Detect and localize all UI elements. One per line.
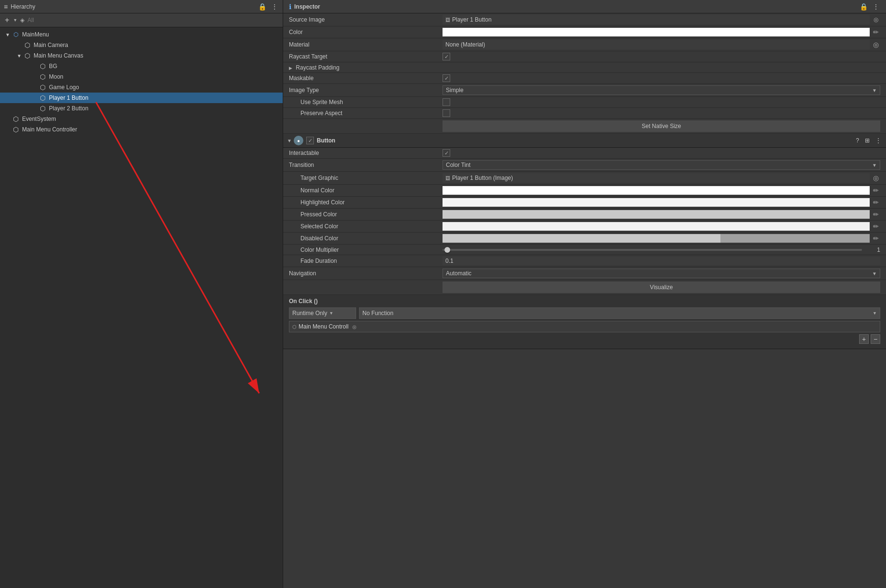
highlighted-color-field[interactable] xyxy=(443,198,870,207)
set-native-size-button[interactable]: Set Native Size xyxy=(443,120,880,132)
button-help-btn[interactable]: ? xyxy=(855,137,860,144)
cube-icon-main-camera: ⬡ xyxy=(23,41,32,49)
raycast-target-label: Raycast Target xyxy=(289,53,443,60)
tree-item-game-logo[interactable]: ⬡ Game Logo xyxy=(0,82,283,93)
tree-item-player1-button[interactable]: ⬡ Player 1 Button xyxy=(0,93,283,103)
maskable-checkbox[interactable]: ✓ xyxy=(443,74,450,82)
image-type-row: Image Type Simple ▼ xyxy=(283,84,886,97)
source-image-target-btn[interactable]: ◎ xyxy=(872,15,880,24)
set-native-size-value: Set Native Size xyxy=(443,120,880,132)
tree-arrow-main-menu: ▼ xyxy=(4,32,12,37)
raycast-target-checkbox[interactable]: ✓ xyxy=(443,53,450,60)
navigation-label: Navigation xyxy=(289,270,443,277)
tree-label-main-menu: MainMenu xyxy=(22,31,49,38)
target-graphic-target-btn[interactable]: ◎ xyxy=(872,174,880,182)
image-type-dropdown[interactable]: Simple ▼ xyxy=(443,85,880,95)
color-multiplier-thumb xyxy=(444,247,450,253)
inspector-content: Source Image 🖼 Player 1 Button ◎ Color ✏… xyxy=(283,13,886,588)
inspector-panel: ℹ Inspector 🔒 ⋮ Source Image 🖼 Player 1 … xyxy=(283,0,886,588)
interactable-checkbox[interactable]: ✓ xyxy=(443,149,450,157)
normal-color-picker-btn[interactable]: ✏ xyxy=(872,186,880,195)
on-click-title: On Click () xyxy=(289,298,880,305)
object-label: Main Menu Controll xyxy=(299,323,348,330)
hierarchy-title: Hierarchy xyxy=(11,3,35,10)
normal-color-field[interactable] xyxy=(443,186,870,195)
button-section-checkbox[interactable]: ✓ xyxy=(306,137,314,144)
inspector-more-button[interactable]: ⋮ xyxy=(872,2,880,11)
cube-icon-player1-button: ⬡ xyxy=(38,94,47,102)
source-image-field[interactable]: 🖼 Player 1 Button xyxy=(443,15,870,24)
image-type-value: Simple ▼ xyxy=(443,85,880,95)
tree-item-moon[interactable]: ⬡ Moon xyxy=(0,71,283,82)
tree-item-bg[interactable]: ⬡ BG xyxy=(0,61,283,71)
add-onclick-button[interactable]: + xyxy=(859,334,869,344)
navigation-dropdown[interactable]: Automatic ▼ xyxy=(443,269,880,278)
pressed-color-picker-btn[interactable]: ✏ xyxy=(872,210,880,219)
disabled-color-value: ✏ xyxy=(443,234,880,243)
selected-color-value: ✏ xyxy=(443,222,880,231)
hierarchy-more-button[interactable]: ⋮ xyxy=(270,2,279,11)
color-field[interactable] xyxy=(443,28,870,36)
tree-item-main-menu-canvas[interactable]: ▼ ⬡ Main Menu Canvas xyxy=(0,50,283,61)
button-more-btn[interactable]: ⋮ xyxy=(874,137,882,144)
no-function-dropdown[interactable]: No Function ▼ xyxy=(359,307,880,319)
raycast-target-value: ✓ xyxy=(443,53,880,60)
hierarchy-header-actions: 🔒 ⋮ xyxy=(257,2,279,11)
pressed-color-field[interactable] xyxy=(443,210,870,219)
disabled-color-field[interactable] xyxy=(443,234,870,243)
transition-label: Transition xyxy=(289,162,443,168)
highlighted-color-value: ✏ xyxy=(443,198,880,207)
tree-label-main-menu-controller: Main Menu Controller xyxy=(22,126,77,133)
selected-color-field[interactable] xyxy=(443,222,870,231)
button-section-header: ▼ ● ✓ Button ? ⊞ ⋮ xyxy=(283,134,886,148)
runtime-only-dropdown[interactable]: Runtime Only ▼ xyxy=(289,307,356,319)
fade-duration-input[interactable] xyxy=(443,257,880,265)
button-settings-btn[interactable]: ⊞ xyxy=(864,137,871,144)
material-field[interactable]: None (Material) xyxy=(443,40,870,49)
tree-label-main-menu-canvas: Main Menu Canvas xyxy=(34,52,83,59)
button-section-actions: ? ⊞ ⋮ xyxy=(855,137,882,144)
remove-onclick-button[interactable]: − xyxy=(871,334,880,344)
button-section-icon: ● xyxy=(294,136,303,145)
color-picker-btn[interactable]: ✏ xyxy=(872,28,880,36)
inspector-lock-button[interactable]: 🔒 xyxy=(859,2,869,11)
raycast-padding-arrow[interactable]: ▶ xyxy=(289,66,292,71)
preserve-aspect-checkbox[interactable] xyxy=(443,109,450,117)
tree-item-main-camera[interactable]: ⬡ Main Camera xyxy=(0,40,283,50)
fade-duration-value xyxy=(443,257,880,265)
object-target-icon: ◎ xyxy=(352,324,357,329)
hierarchy-tree: ▼ ⬡ MainMenu ⋮ ⬡ Main Camera ▼ ⬡ Main Me… xyxy=(0,27,283,588)
cube-icon-player2-button: ⬡ xyxy=(38,104,47,113)
hierarchy-header: ≡ Hierarchy 🔒 ⋮ xyxy=(0,0,283,13)
transition-dropdown[interactable]: Color Tint ▼ xyxy=(443,160,880,170)
target-graphic-text: Player 1 Button (Image) xyxy=(452,175,513,181)
on-click-section: On Click () Runtime Only ▼ No Function ▼… xyxy=(283,295,886,349)
color-multiplier-slider[interactable] xyxy=(443,249,862,251)
cube-icon-event-system: ⬡ xyxy=(12,115,20,123)
tree-item-main-menu[interactable]: ▼ ⬡ MainMenu ⋮ xyxy=(0,29,283,40)
disabled-color-label: Disabled Color xyxy=(289,235,443,242)
hierarchy-search-input[interactable] xyxy=(27,17,279,24)
disabled-color-picker-btn[interactable]: ✏ xyxy=(872,234,880,243)
tree-item-main-menu-controller[interactable]: ⬡ Main Menu Controller xyxy=(0,124,283,135)
hierarchy-lock-button[interactable]: 🔒 xyxy=(257,2,267,11)
hierarchy-add-button[interactable]: + xyxy=(4,15,10,25)
material-text: None (Material) xyxy=(445,41,485,48)
visualize-button[interactable]: Visualize xyxy=(443,282,880,293)
highlighted-color-row: Highlighted Color ✏ xyxy=(283,197,886,209)
selected-color-picker-btn[interactable]: ✏ xyxy=(872,222,880,231)
color-multiplier-value-text: 1 xyxy=(866,247,880,253)
use-sprite-mesh-checkbox[interactable] xyxy=(443,98,450,106)
preserve-aspect-label: Preserve Aspect xyxy=(289,110,443,117)
highlighted-color-picker-btn[interactable]: ✏ xyxy=(872,198,880,207)
material-target-btn[interactable]: ◎ xyxy=(872,40,880,49)
material-label: Material xyxy=(289,41,443,48)
tree-item-event-system[interactable]: ⬡ EventSystem xyxy=(0,114,283,124)
transition-dropdown-arrow: ▼ xyxy=(872,163,877,168)
button-section-arrow[interactable]: ▼ xyxy=(287,138,294,143)
maskable-row: Maskable ✓ xyxy=(283,73,886,84)
tree-item-player2-button[interactable]: ⬡ Player 2 Button xyxy=(0,103,283,114)
target-graphic-field[interactable]: 🖼 Player 1 Button (Image) xyxy=(443,173,870,183)
navigation-value: Automatic ▼ xyxy=(443,269,880,278)
tree-label-main-camera: Main Camera xyxy=(34,42,68,48)
